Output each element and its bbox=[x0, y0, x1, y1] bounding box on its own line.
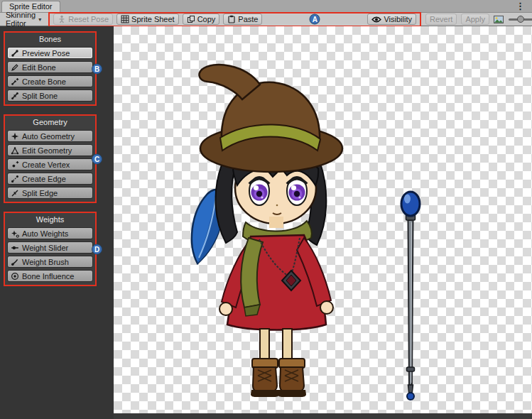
annotation-box-weights: Weights Auto Weights Weight Slider bbox=[4, 212, 97, 286]
annotation-gap: A bbox=[266, 13, 364, 26]
auto-weights-button[interactable]: Auto Weights bbox=[7, 227, 93, 239]
main-area: Bones Preview Pose Edit Bone bbox=[0, 26, 532, 419]
weight-slider-button[interactable]: Weight Slider bbox=[7, 241, 93, 254]
annotation-box-bones: Bones Preview Pose Edit Bone bbox=[4, 31, 97, 106]
canvas-bottom-strip bbox=[114, 413, 532, 419]
tool-sidebar: Bones Preview Pose Edit Bone bbox=[0, 26, 114, 419]
kebab-menu-icon[interactable]: ⋮ bbox=[513, 1, 528, 11]
zoom-slider[interactable] bbox=[509, 15, 532, 23]
split-edge-icon bbox=[11, 189, 19, 197]
weight-brush-icon bbox=[11, 258, 19, 266]
staff-orb bbox=[401, 192, 420, 216]
copy-button[interactable]: Copy bbox=[183, 13, 220, 25]
auto-geometry-icon bbox=[11, 132, 19, 141]
weight-slider-icon bbox=[11, 244, 19, 252]
copy-icon bbox=[187, 15, 195, 23]
split-bone-icon bbox=[11, 92, 19, 100]
staff-ring bbox=[407, 367, 415, 371]
character-sprite[interactable] bbox=[192, 65, 342, 397]
editor-mode-dropdown[interactable]: Skinning Editor ▾ bbox=[3, 13, 44, 25]
texture-preview-icon[interactable] bbox=[494, 16, 504, 23]
staff-rod-highlight bbox=[411, 222, 412, 383]
apply-button[interactable]: Apply bbox=[461, 13, 489, 25]
sprite-editor-window: Sprite Editor ⋮ Skinning Editor ▾ Reset … bbox=[0, 0, 532, 419]
split-bone-button[interactable]: Split Bone bbox=[7, 89, 93, 102]
auto-weights-icon bbox=[11, 229, 19, 238]
eye-icon bbox=[371, 16, 381, 23]
reset-pose-icon bbox=[58, 15, 66, 23]
staff-rod bbox=[408, 220, 413, 385]
staff-sprite[interactable] bbox=[401, 192, 420, 400]
preview-pose-button[interactable]: Preview Pose bbox=[7, 47, 93, 59]
weight-brush-button[interactable]: Weight Brush bbox=[7, 256, 93, 268]
paste-button[interactable]: Paste bbox=[223, 13, 262, 25]
staff-lower-tip bbox=[408, 385, 413, 393]
skinning-toolbar: Skinning Editor ▾ Reset Pose Sprite Shee… bbox=[0, 13, 532, 26]
annotation-badge-a: A bbox=[310, 14, 320, 25]
sprite-canvas[interactable] bbox=[114, 26, 532, 419]
create-bone-icon bbox=[11, 77, 19, 86]
bone-influence-button[interactable]: Bone Influence bbox=[7, 270, 93, 282]
tab-title: Sprite Editor bbox=[9, 2, 53, 11]
chevron-down-icon: ▾ bbox=[38, 16, 41, 23]
create-edge-button[interactable]: Create Edge bbox=[7, 173, 93, 185]
sprite-artwork bbox=[114, 26, 532, 413]
geometry-panel-title: Geometry bbox=[7, 118, 93, 128]
create-vertex-icon bbox=[11, 160, 19, 169]
legs bbox=[260, 329, 292, 361]
boots bbox=[251, 359, 306, 397]
split-edge-button[interactable]: Split Edge bbox=[7, 187, 93, 199]
edit-geometry-button[interactable]: Edit Geometry bbox=[7, 144, 93, 156]
bones-panel-title: Bones bbox=[7, 35, 93, 45]
annotation-box-toolbar: Reset Pose Sprite Sheet Copy bbox=[48, 12, 421, 27]
annotation-box-geometry: Geometry Auto Geometry Edit Geometry bbox=[4, 114, 97, 203]
annotation-badge-c: C bbox=[92, 153, 102, 164]
left-eye bbox=[249, 177, 269, 205]
weights-panel-title: Weights bbox=[7, 215, 93, 225]
reset-pose-button[interactable]: Reset Pose bbox=[53, 13, 113, 25]
view-controls bbox=[494, 15, 532, 23]
edit-bone-icon bbox=[11, 63, 19, 72]
create-edge-icon bbox=[11, 175, 19, 183]
revert-button[interactable]: Revert bbox=[425, 13, 457, 25]
right-eye bbox=[287, 177, 307, 205]
paste-icon bbox=[227, 15, 236, 23]
visibility-button[interactable]: Visibility bbox=[367, 13, 416, 25]
staff-orb-highlight bbox=[404, 195, 411, 204]
edit-bone-button[interactable]: Edit Bone bbox=[7, 61, 93, 73]
create-vertex-button[interactable]: Create Vertex bbox=[7, 158, 93, 170]
annotation-badge-d: D bbox=[92, 244, 102, 254]
create-bone-button[interactable]: Create Bone bbox=[7, 75, 93, 87]
witch-hat bbox=[200, 65, 342, 172]
sprite-sheet-button[interactable]: Sprite Sheet bbox=[116, 13, 179, 25]
staff-tip-gem bbox=[407, 393, 414, 400]
sprite-sheet-icon bbox=[121, 15, 129, 23]
zoom-slider-knob[interactable] bbox=[517, 16, 524, 23]
window-tab-bar: Sprite Editor ⋮ bbox=[0, 0, 532, 13]
bone-influence-icon bbox=[11, 272, 19, 281]
auto-geometry-button[interactable]: Auto Geometry bbox=[7, 130, 93, 142]
preview-pose-icon bbox=[11, 49, 19, 58]
annotation-badge-b: B bbox=[92, 63, 102, 74]
mode-label: Skinning Editor bbox=[6, 11, 36, 28]
edit-geometry-icon bbox=[11, 146, 19, 155]
